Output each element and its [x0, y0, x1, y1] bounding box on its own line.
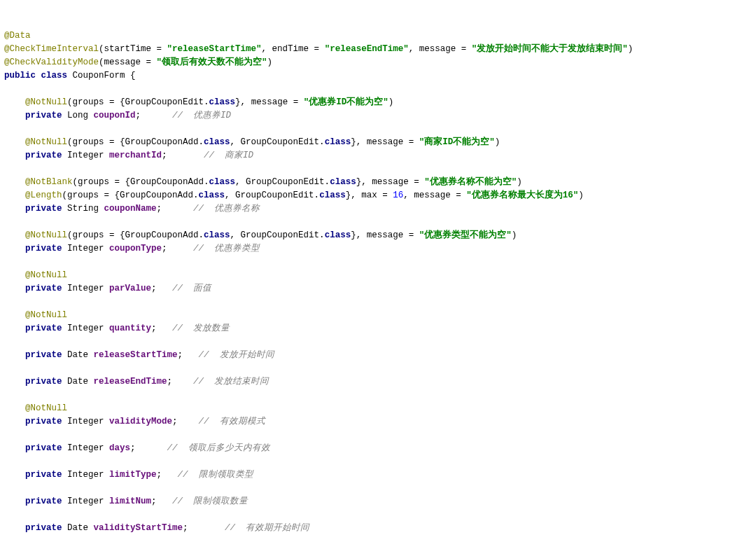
keyword: private	[25, 284, 62, 293]
keyword: private	[25, 443, 62, 453]
keyword: class	[41, 71, 68, 81]
keyword: private	[25, 523, 62, 533]
comment: // 领取后多少天内有效	[167, 443, 270, 453]
field-parValue: parValue	[109, 284, 151, 293]
annotation: @NotNull	[25, 270, 67, 280]
annotation: @NotBlank	[25, 177, 73, 187]
comment: // 发放开始时间	[199, 350, 274, 360]
keyword: private	[25, 324, 62, 333]
comment: // 发放数量	[172, 324, 230, 333]
comment: // 优惠券ID	[172, 111, 231, 120]
string-literal: "优惠券类型不能为空"	[419, 230, 512, 240]
keyword: public	[4, 71, 36, 81]
keyword: private	[25, 350, 62, 360]
string-literal: "发放开始时间不能大于发放结束时间"	[472, 44, 628, 54]
keyword: private	[25, 417, 62, 426]
annotation: @NotNull	[25, 310, 67, 320]
keyword: private	[25, 111, 62, 120]
annotation: @CheckValidityMode	[4, 57, 99, 67]
comment: // 发放结束时间	[193, 377, 269, 387]
annotation: @Data	[4, 31, 31, 41]
string-literal: "优惠券名称不能为空"	[424, 177, 517, 187]
string-literal: "商家ID不能为空"	[419, 137, 495, 147]
comment: // 限制领取类型	[178, 470, 253, 480]
keyword: private	[25, 204, 62, 214]
class-name: CouponForm {	[67, 71, 136, 81]
field-couponName: couponName	[104, 204, 157, 214]
comment: // 有效期开始时间	[225, 523, 309, 533]
field-validityStartTime: validityStartTime	[94, 523, 183, 533]
field-days: days	[109, 443, 130, 453]
comment: // 优惠券名称	[193, 204, 260, 214]
string-literal: "优惠券名称最大长度为16"	[466, 190, 578, 200]
comment: // 面值	[172, 284, 211, 293]
field-validityMode: validityMode	[109, 417, 172, 426]
string-literal: "releaseStartTime"	[167, 44, 262, 54]
comment: // 限制领取数量	[172, 496, 248, 506]
annotation: @NotNull	[25, 137, 67, 147]
field-merchantId: merchantId	[109, 151, 162, 160]
string-literal: "领取后有效天数不能为空"	[157, 57, 267, 67]
annotation: @CheckTimeInterval	[4, 44, 99, 54]
field-limitType: limitType	[109, 470, 157, 480]
comment: // 有效期模式	[199, 417, 265, 426]
field-couponType: couponType	[109, 244, 162, 253]
number-literal: 16	[393, 190, 403, 200]
field-quantity: quantity	[109, 324, 151, 333]
keyword: private	[25, 470, 62, 480]
keyword: private	[25, 244, 62, 253]
field-releaseEndTime: releaseEndTime	[94, 377, 167, 387]
string-literal: "优惠券ID不能为空"	[304, 97, 388, 107]
keyword: private	[25, 496, 62, 506]
comment: // 商家ID	[204, 151, 253, 160]
keyword: private	[25, 151, 62, 160]
field-releaseStartTime: releaseStartTime	[94, 350, 178, 360]
keyword: private	[25, 377, 62, 387]
field-limitNum: limitNum	[109, 496, 151, 506]
annotation: @NotNull	[25, 230, 67, 240]
annotation: @NotNull	[25, 97, 67, 107]
string-literal: "releaseEndTime"	[325, 44, 409, 54]
code-block: @Data @CheckTimeInterval(startTime = "re…	[4, 29, 752, 535]
annotation: @NotNull	[25, 403, 67, 413]
field-couponId: couponId	[94, 111, 136, 120]
comment: // 优惠券类型	[193, 244, 260, 253]
annotation: @Length	[25, 190, 62, 200]
